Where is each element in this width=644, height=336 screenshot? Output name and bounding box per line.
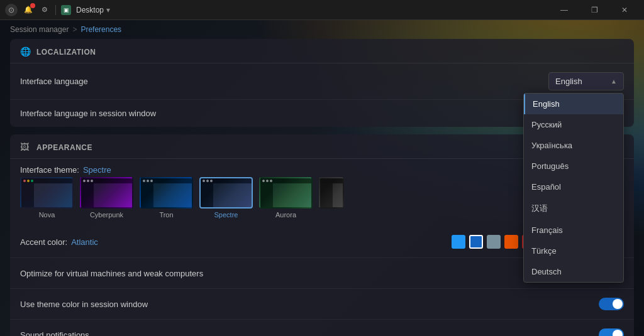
extra-titlebar (320, 178, 343, 183)
tron-titlebar (141, 178, 192, 183)
session-language-label: Interface language in session window (20, 109, 156, 118)
theme-label: Interface theme: (20, 165, 79, 175)
theme-nova-label: Nova (39, 211, 55, 219)
theme-color-toggle[interactable] (599, 298, 624, 310)
lang-option-tr[interactable]: Türkçe (524, 241, 623, 261)
lang-option-fr[interactable]: Français (524, 220, 623, 241)
nova-titlebar (21, 178, 72, 183)
theme-nova[interactable]: Nova (20, 177, 74, 219)
language-dropdown-button[interactable]: English ▲ (548, 72, 624, 90)
theme-tron-inner (141, 178, 192, 207)
settings-icon[interactable]: ⚙ (39, 4, 50, 16)
theme-nova-preview (20, 177, 74, 209)
extra-main (333, 183, 343, 207)
dropdown-arrow-icon: ▲ (611, 78, 617, 85)
breadcrumb-current: Preferences (80, 25, 121, 34)
accent-orange[interactable] (504, 235, 518, 249)
titlebar-left: ⊙ 🔔 ⚙ ▣ Desktop ▾ (5, 4, 110, 16)
theme-spectre-label: Spectre (214, 211, 238, 219)
lang-option-pt[interactable]: Português (524, 156, 623, 176)
sound-label: Sound notifications (20, 330, 89, 337)
theme-cyberpunk-inner (81, 178, 132, 207)
aurora-sidebar (260, 183, 273, 207)
theme-spectre-preview (199, 177, 253, 209)
appearance-title: APPEARANCE (36, 143, 92, 152)
theme-aurora-inner (260, 178, 311, 207)
minimize-button[interactable]: — (550, 0, 579, 20)
lang-option-de[interactable]: Deutsch (524, 261, 623, 282)
accent-color-label: Accent color: (20, 237, 67, 247)
spectre-sidebar (201, 183, 213, 207)
theme-aurora-label: Aurora (275, 211, 296, 219)
theme-cyberpunk-preview (80, 177, 133, 209)
theme-aurora-preview (259, 177, 313, 209)
selected-language-text: English (555, 77, 582, 86)
dot (266, 180, 269, 182)
titlebar-controls: — ❐ ✕ (550, 0, 639, 20)
titlebar: ⊙ 🔔 ⚙ ▣ Desktop ▾ — ❐ ✕ (0, 0, 644, 20)
localization-header: 🌐 LOCALIZATION (10, 39, 634, 63)
accent-blue-dark[interactable] (469, 235, 483, 249)
aurora-titlebar (260, 178, 311, 183)
notification-icon[interactable]: 🔔 (23, 4, 34, 16)
theme-aurora[interactable]: Aurora (259, 177, 313, 219)
theme-tron[interactable]: Tron (140, 177, 193, 219)
accent-blue-light[interactable] (452, 235, 465, 249)
dot (262, 180, 265, 182)
localization-icon: 🌐 (20, 46, 31, 58)
nova-sidebar (21, 183, 34, 207)
nova-body (21, 183, 72, 207)
accent-color-value: Atlantic (71, 237, 98, 247)
tron-body (141, 183, 192, 207)
app-logo-icon: ⊙ (5, 4, 18, 16)
theme-cyberpunk[interactable]: Cyberpunk (80, 177, 133, 219)
dot (23, 180, 26, 182)
lang-option-en[interactable]: English (524, 94, 623, 114)
theme-cyberpunk-label: Cyberpunk (90, 211, 123, 219)
dot (27, 180, 30, 182)
dot (31, 180, 33, 182)
aurora-body (260, 183, 311, 207)
localization-section: 🌐 LOCALIZATION Interface language Englis… (10, 39, 634, 127)
divider (55, 5, 56, 15)
maximize-button[interactable]: ❐ (580, 0, 609, 20)
cyberpunk-titlebar (81, 178, 132, 183)
dot (147, 180, 149, 182)
dot (270, 180, 272, 182)
theme-spectre[interactable]: Spectre (199, 177, 253, 219)
breadcrumb: Session manager > Preferences (0, 20, 644, 39)
theme-extra[interactable] (319, 177, 344, 211)
language-dropdown-menu: English Русский Українська Português Esp… (523, 93, 624, 283)
cyberpunk-sidebar (81, 183, 94, 207)
dot (91, 180, 93, 182)
breadcrumb-separator: > (72, 25, 77, 34)
lang-option-ru[interactable]: Русский (524, 114, 623, 135)
theme-spectre-inner (201, 178, 252, 207)
accent-grey[interactable] (487, 235, 501, 249)
lang-option-zh[interactable]: 汉语 (524, 197, 623, 220)
main-content: 🌐 LOCALIZATION Interface language Englis… (0, 39, 644, 336)
theme-tron-label: Tron (159, 211, 173, 219)
titlebar-title-text: Desktop ▾ (76, 6, 110, 14)
lang-option-uk[interactable]: Українська (524, 135, 623, 156)
desktop-app-icon: ▣ (61, 5, 71, 15)
extra-body (320, 183, 343, 207)
spectre-titlebar (201, 178, 252, 183)
theme-extra-preview (319, 177, 344, 209)
dot (206, 180, 209, 182)
tron-main (153, 183, 192, 207)
localization-title: LOCALIZATION (36, 48, 96, 57)
close-button[interactable]: ✕ (610, 0, 639, 20)
sound-toggle[interactable] (599, 328, 624, 336)
tron-sidebar (141, 183, 153, 207)
breadcrumb-parent[interactable]: Session manager (10, 25, 69, 34)
spectre-body (201, 183, 252, 207)
extra-sidebar (320, 183, 333, 207)
theme-color-label: Use theme color in session window (20, 300, 148, 309)
dot (83, 180, 86, 182)
language-dropdown[interactable]: English ▲ English Русский Українська Por… (548, 72, 624, 90)
theme-nova-inner (21, 178, 72, 207)
lang-option-es[interactable]: Español (524, 176, 623, 197)
spectre-main (213, 183, 252, 207)
theme-tron-preview (140, 177, 193, 209)
